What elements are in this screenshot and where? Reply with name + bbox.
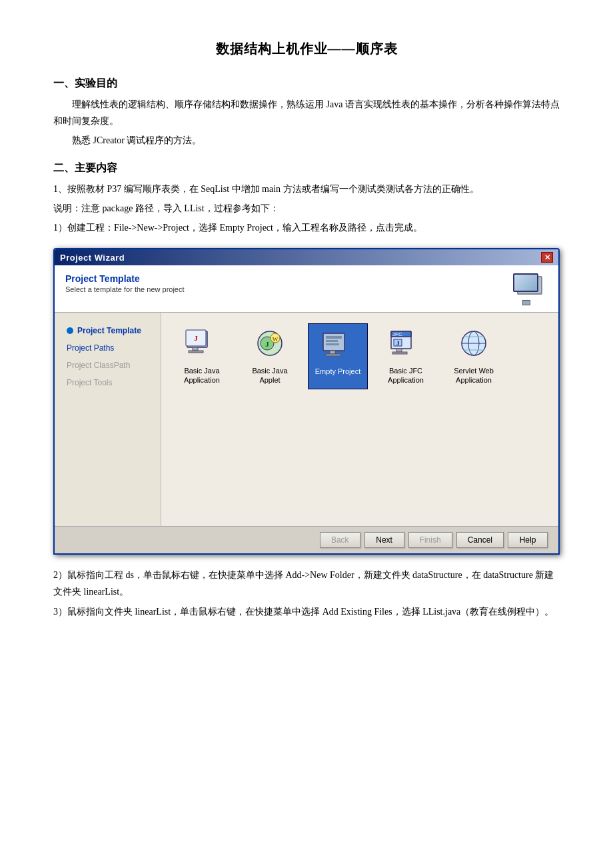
basic-java-applet-icon: J W bbox=[251, 327, 289, 362]
template-basic-jfc-app[interactable]: JFC J Basic JFC Application bbox=[376, 323, 436, 389]
template-grid: J Basic Java Application bbox=[172, 323, 548, 389]
wizard-close-button[interactable]: ✕ bbox=[541, 252, 553, 263]
wizard-header: Project Template Select a template for t… bbox=[55, 265, 558, 313]
svg-rect-22 bbox=[392, 352, 407, 354]
wizard-content: Project Template Project Paths Project C… bbox=[55, 313, 558, 526]
sidebar-item-project-template[interactable]: Project Template bbox=[63, 323, 153, 338]
back-button[interactable]: Back bbox=[320, 532, 360, 548]
sidebar-item-project-tools: Project Tools bbox=[63, 375, 153, 390]
bottom-text: 2）鼠标指向工程 ds，单击鼠标右键，在快捷菜单中选择 Add->New Fol… bbox=[53, 567, 560, 620]
template-servlet-web-app[interactable]: Servlet Web Application bbox=[444, 323, 504, 389]
svg-rect-4 bbox=[189, 351, 203, 353]
section1-heading: 一、实验目的 bbox=[53, 77, 560, 91]
template-empty-project[interactable]: Empty Project bbox=[308, 323, 368, 389]
computer-icon-stand bbox=[522, 300, 530, 305]
bottom-line2: 3）鼠标指向文件夹 linearList，单击鼠标右键，在快捷菜单中选择 Add… bbox=[53, 603, 560, 620]
svg-rect-13 bbox=[326, 343, 339, 345]
sidebar-label-project-tools: Project Tools bbox=[67, 378, 112, 387]
svg-rect-21 bbox=[396, 349, 402, 352]
page-title: 数据结构上机作业——顺序表 bbox=[53, 40, 560, 58]
sidebar-label-project-template: Project Template bbox=[77, 326, 141, 335]
wizard-header-subtitle: Select a template for the new project bbox=[65, 285, 185, 293]
svg-rect-15 bbox=[326, 354, 340, 356]
wizard-header-title: Project Template bbox=[65, 273, 185, 284]
bottom-line1: 2）鼠标指向工程 ds，单击鼠标右键，在快捷菜单中选择 Add->New Fol… bbox=[53, 567, 560, 600]
section2-heading: 二、主要内容 bbox=[53, 161, 560, 175]
wizard-sidebar: Project Template Project Paths Project C… bbox=[55, 313, 161, 526]
wizard-main-area: J Basic Java Application bbox=[161, 313, 558, 526]
template-basic-java-app[interactable]: J Basic Java Application bbox=[172, 323, 232, 389]
section1-para1: 理解线性表的逻辑结构、顺序存储结构和数据操作，熟练运用 Java 语言实现线性表… bbox=[53, 96, 560, 129]
help-button[interactable]: Help bbox=[508, 532, 548, 548]
section1-para2: 熟悉 JCreator 调试程序的方法。 bbox=[53, 132, 560, 149]
wizard-body: Project Template Select a template for t… bbox=[55, 265, 558, 553]
template-basic-java-app-label: Basic Java Application bbox=[176, 366, 228, 385]
svg-rect-12 bbox=[326, 340, 338, 342]
wizard-header-icon bbox=[513, 273, 548, 305]
section2-line2: 说明：注意 package 路径，导入 LList，过程参考如下： bbox=[53, 200, 560, 217]
sidebar-item-project-classpath: Project ClassPath bbox=[63, 358, 153, 373]
template-basic-java-applet[interactable]: J W Basic Java Applet bbox=[240, 323, 300, 389]
template-empty-project-label: Empty Project bbox=[315, 367, 360, 376]
next-button[interactable]: Next bbox=[364, 532, 404, 548]
cancel-button[interactable]: Cancel bbox=[456, 532, 504, 548]
section2-line1: 1、按照教材 P37 编写顺序表类，在 SeqList 中增加 main 方法或… bbox=[53, 181, 560, 197]
wizard-titlebar: Project Wizard ✕ bbox=[55, 249, 558, 265]
template-basic-java-applet-label: Basic Java Applet bbox=[244, 366, 296, 385]
svg-rect-14 bbox=[330, 351, 335, 354]
empty-project-icon bbox=[319, 328, 356, 363]
svg-text:W: W bbox=[273, 336, 279, 343]
wizard-footer: Back Next Finish Cancel Help bbox=[55, 526, 558, 553]
svg-text:JFC: JFC bbox=[392, 331, 402, 337]
servlet-web-app-icon bbox=[455, 327, 492, 362]
project-wizard-dialog: Project Wizard ✕ Project Template Select… bbox=[53, 248, 560, 555]
sidebar-label-project-classpath: Project ClassPath bbox=[67, 361, 130, 370]
basic-jfc-app-icon: JFC J bbox=[387, 327, 424, 362]
computer-icon-front bbox=[513, 273, 538, 292]
template-basic-jfc-app-label: Basic JFC Application bbox=[380, 366, 432, 385]
basic-java-app-icon: J bbox=[183, 327, 221, 362]
sidebar-dot-icon bbox=[67, 327, 73, 334]
svg-text:J: J bbox=[265, 340, 269, 348]
section2-line3: 1）创建工程：File->New->Project，选择 Empty Proje… bbox=[53, 219, 560, 236]
sidebar-label-project-paths: Project Paths bbox=[67, 343, 114, 353]
svg-rect-11 bbox=[326, 336, 342, 339]
finish-button[interactable]: Finish bbox=[408, 532, 452, 548]
sidebar-item-project-paths[interactable]: Project Paths bbox=[63, 341, 153, 355]
template-servlet-web-app-label: Servlet Web Application bbox=[448, 366, 500, 385]
svg-text:J: J bbox=[194, 334, 198, 342]
wizard-title: Project Wizard bbox=[60, 253, 125, 263]
svg-text:J: J bbox=[396, 340, 400, 347]
computer-stack-icon bbox=[513, 273, 548, 305]
svg-rect-3 bbox=[193, 347, 198, 351]
